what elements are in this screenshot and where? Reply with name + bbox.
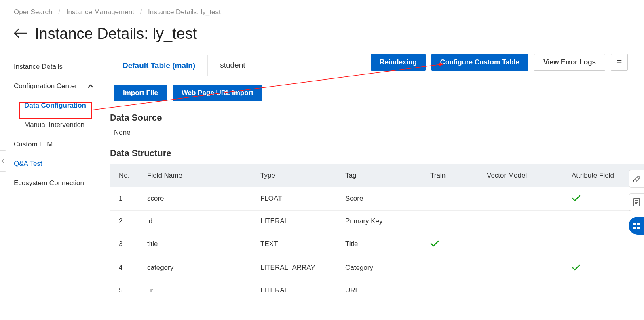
sidebar-item-configuration-center[interactable]: Configuration Center	[0, 76, 101, 96]
chevron-up-icon	[88, 82, 93, 90]
cell-type: FLOAT	[255, 187, 340, 211]
reindexing-button[interactable]: Reindexing	[371, 54, 426, 71]
cell-no: 2	[110, 211, 142, 232]
tab-default-table[interactable]: Default Table (main)	[110, 55, 208, 76]
cell-no: 5	[110, 280, 142, 301]
sidebar-item-instance-details[interactable]: Instance Details	[0, 57, 101, 76]
cell-vector	[482, 232, 567, 256]
rail-edit-icon[interactable]	[629, 170, 644, 188]
table-header-tag: Tag	[340, 164, 425, 187]
cell-attr	[567, 280, 644, 301]
table-row: 3titleTEXTTitle	[110, 232, 644, 256]
svg-rect-2	[637, 223, 640, 225]
check-icon	[430, 239, 439, 249]
configure-custom-table-button[interactable]: Configure Custom Table	[431, 54, 528, 71]
cell-tag: Category	[340, 256, 425, 280]
data-source-heading: Data Source	[110, 112, 644, 123]
sidebar-item-label: Configuration Center	[14, 82, 77, 90]
page-title-row: Instance Details: ly_test	[0, 16, 644, 42]
cell-field: url	[142, 280, 255, 301]
table-header-train: Train	[425, 164, 482, 187]
table-header-type: Type	[255, 164, 340, 187]
cell-type: TEXT	[255, 232, 340, 256]
svg-rect-4	[637, 227, 640, 229]
cell-tag: Primary Key	[340, 211, 425, 232]
sidebar-item-qa-test[interactable]: Q&A Test	[0, 154, 101, 174]
data-structure-table: No. Field Name Type Tag Train Vector Mod…	[110, 164, 644, 301]
sidebar-item-manual-intervention[interactable]: Manual Intervention	[0, 115, 101, 135]
tab-student[interactable]: student	[207, 55, 258, 76]
cell-train	[425, 211, 482, 232]
sidebar-item-data-configuration[interactable]: Data Configuration	[0, 96, 101, 115]
cell-type: LITERAL_ARRAY	[255, 256, 340, 280]
table-row: 1scoreFLOATScore	[110, 187, 644, 211]
page-title: Instance Details: ly_test	[35, 25, 197, 42]
cell-no: 4	[110, 256, 142, 280]
breadcrumb-item: Instance Details: ly_test	[148, 8, 221, 16]
cell-train	[425, 232, 482, 256]
view-error-logs-button[interactable]: View Error Logs	[534, 54, 605, 71]
cell-field: title	[142, 232, 255, 256]
back-arrow-icon[interactable]	[14, 26, 27, 41]
check-icon	[572, 263, 581, 273]
cell-vector	[482, 211, 567, 232]
cell-tag: URL	[340, 280, 425, 301]
cell-tag: Score	[340, 187, 425, 211]
data-source-value: None	[114, 129, 644, 137]
table-header-no: No.	[110, 164, 142, 187]
cell-tag: Title	[340, 232, 425, 256]
rail-grid-icon[interactable]	[629, 217, 644, 235]
svg-rect-3	[633, 227, 636, 229]
breadcrumb: OpenSearch / Instance Management / Insta…	[0, 0, 644, 16]
cell-attr	[567, 256, 644, 280]
cell-no: 1	[110, 187, 142, 211]
cell-type: LITERAL	[255, 280, 340, 301]
cell-field: category	[142, 256, 255, 280]
rail-doc-icon[interactable]	[629, 193, 644, 211]
breadcrumb-item[interactable]: OpenSearch	[14, 8, 52, 16]
cell-attr	[567, 232, 644, 256]
breadcrumb-item[interactable]: Instance Management	[66, 8, 134, 16]
data-structure-heading: Data Structure	[110, 148, 644, 159]
drawer-expand-handle[interactable]	[0, 150, 6, 172]
cell-vector	[482, 256, 567, 280]
cell-vector	[482, 187, 567, 211]
cell-type: LITERAL	[255, 211, 340, 232]
cell-field: score	[142, 187, 255, 211]
cell-train	[425, 256, 482, 280]
cell-train	[425, 187, 482, 211]
table-row: 5urlLITERALURL	[110, 280, 644, 301]
svg-rect-1	[633, 223, 636, 225]
cell-vector	[482, 280, 567, 301]
sidebar-item-custom-llm[interactable]: Custom LLM	[0, 135, 101, 154]
sidebar-item-ecosystem-connection[interactable]: Ecosystem Connection	[0, 174, 101, 193]
web-page-url-import-button[interactable]: Web Page URL Import	[173, 85, 262, 101]
right-rail	[629, 170, 644, 235]
breadcrumb-sep: /	[58, 8, 60, 16]
table-header-vector-model: Vector Model	[482, 164, 567, 187]
table-header-field-name: Field Name	[142, 164, 255, 187]
sidebar: Instance Details Configuration Center Da…	[0, 54, 101, 317]
check-icon	[572, 193, 581, 203]
table-row: 4categoryLITERAL_ARRAYCategory	[110, 256, 644, 280]
breadcrumb-sep: /	[140, 8, 142, 16]
cell-train	[425, 280, 482, 301]
cell-field: id	[142, 211, 255, 232]
main-content: Reindexing Configure Custom Table View E…	[101, 54, 644, 317]
table-row: 2idLITERALPrimary Key	[110, 211, 644, 232]
import-file-button[interactable]: Import File	[114, 85, 167, 101]
more-menu-button[interactable]: ≡	[611, 54, 628, 71]
sub-actions: Import File Web Page URL Import	[114, 85, 644, 101]
cell-no: 3	[110, 232, 142, 256]
